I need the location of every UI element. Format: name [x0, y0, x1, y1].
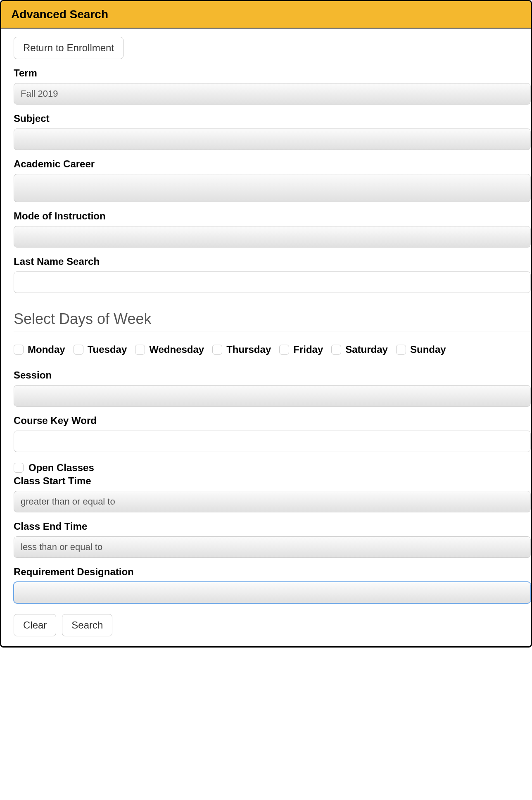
days-of-week-heading: Select Days of Week — [14, 310, 531, 331]
thursday-checkbox[interactable] — [212, 345, 222, 355]
clear-button[interactable]: Clear — [14, 614, 56, 636]
saturday-label: Saturday — [345, 344, 388, 355]
days-of-week-row: Monday Tuesday Wednesday Thursday Friday… — [14, 344, 531, 355]
course-keyword-label: Course Key Word — [14, 415, 531, 426]
open-classes-label: Open Classes — [28, 462, 94, 474]
wednesday-checkbox[interactable] — [135, 345, 145, 355]
tuesday-checkbox[interactable] — [74, 345, 83, 355]
footer-buttons: Clear Search — [14, 614, 531, 636]
monday-checkbox[interactable] — [14, 345, 24, 355]
sunday-checkbox[interactable] — [396, 345, 406, 355]
class-end-time-select[interactable]: less than or equal to — [14, 536, 531, 558]
friday-label: Friday — [293, 344, 323, 355]
term-label: Term — [14, 67, 531, 79]
wednesday-label: Wednesday — [149, 344, 204, 355]
day-item-sunday: Sunday — [396, 344, 446, 355]
tuesday-label: Tuesday — [88, 344, 127, 355]
thursday-label: Thursday — [226, 344, 271, 355]
day-item-monday: Monday — [14, 344, 65, 355]
sunday-label: Sunday — [410, 344, 446, 355]
session-label: Session — [14, 369, 531, 381]
session-select[interactable] — [14, 385, 531, 407]
content-area: Return to Enrollment Term Fall 2019 Subj… — [1, 29, 531, 646]
day-item-wednesday: Wednesday — [135, 344, 204, 355]
academic-career-field: Academic Career — [14, 158, 531, 202]
class-end-time-label: Class End Time — [14, 521, 531, 532]
term-value: Fall 2019 — [21, 88, 58, 99]
subject-field: Subject — [14, 113, 531, 150]
search-button[interactable]: Search — [62, 614, 112, 636]
term-select[interactable]: Fall 2019 — [14, 83, 531, 105]
term-field: Term Fall 2019 — [14, 67, 531, 105]
day-item-tuesday: Tuesday — [74, 344, 127, 355]
class-start-time-label: Class Start Time — [14, 475, 531, 487]
monday-label: Monday — [28, 344, 65, 355]
mode-of-instruction-label: Mode of Instruction — [14, 210, 531, 222]
course-keyword-input[interactable] — [14, 431, 531, 452]
last-name-input[interactable] — [14, 271, 531, 293]
course-keyword-field: Course Key Word — [14, 415, 531, 452]
class-start-time-value: greater than or equal to — [21, 496, 115, 507]
open-classes-row: Open Classes — [14, 462, 531, 474]
open-classes-checkbox[interactable] — [14, 463, 24, 473]
requirement-designation-select[interactable] — [14, 582, 531, 603]
day-item-friday: Friday — [279, 344, 323, 355]
page-title: Advanced Search — [11, 8, 521, 21]
requirement-designation-field: Requirement Designation — [14, 566, 531, 603]
session-field: Session — [14, 369, 531, 407]
mode-of-instruction-field: Mode of Instruction — [14, 210, 531, 248]
last-name-label: Last Name Search — [14, 256, 531, 267]
day-item-thursday: Thursday — [212, 344, 271, 355]
header-bar: Advanced Search — [1, 1, 531, 29]
academic-career-select[interactable] — [14, 174, 531, 202]
subject-select[interactable] — [14, 129, 531, 150]
saturday-checkbox[interactable] — [331, 345, 341, 355]
class-end-time-field: Class End Time less than or equal to — [14, 521, 531, 558]
return-to-enrollment-button[interactable]: Return to Enrollment — [14, 37, 124, 59]
advanced-search-window: Advanced Search Return to Enrollment Ter… — [0, 0, 532, 648]
subject-label: Subject — [14, 113, 531, 124]
last-name-field: Last Name Search — [14, 256, 531, 293]
class-start-time-select[interactable]: greater than or equal to — [14, 491, 531, 512]
mode-of-instruction-select[interactable] — [14, 226, 531, 248]
requirement-designation-label: Requirement Designation — [14, 566, 531, 578]
academic-career-label: Academic Career — [14, 158, 531, 170]
class-start-time-field: Class Start Time greater than or equal t… — [14, 475, 531, 512]
friday-checkbox[interactable] — [279, 345, 289, 355]
class-end-time-value: less than or equal to — [21, 542, 102, 552]
day-item-saturday: Saturday — [331, 344, 388, 355]
